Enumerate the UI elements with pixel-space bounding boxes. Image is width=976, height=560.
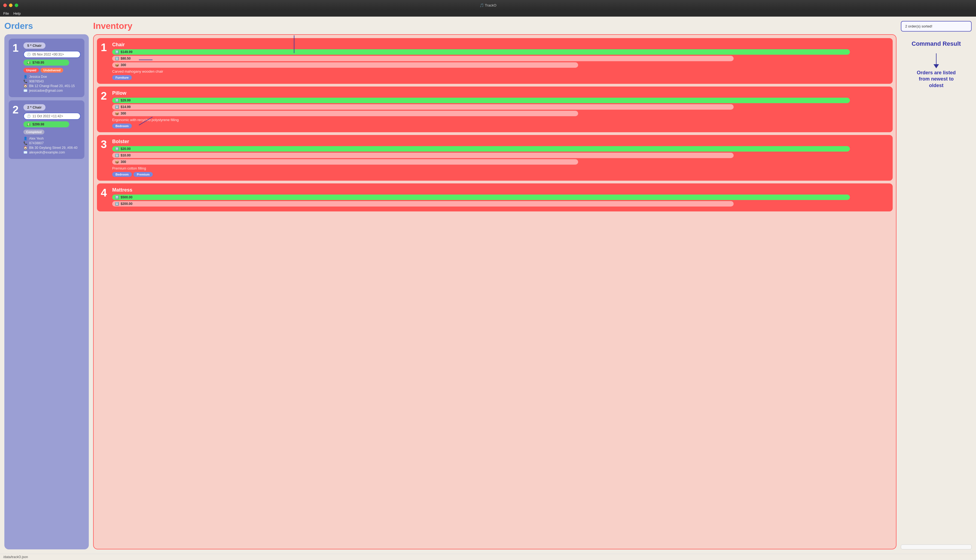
window-title: 🎵 TrackO <box>480 3 496 7</box>
email-icon-2: ✉️ <box>23 150 27 154</box>
inv-tag-bedroom-3: Bedroom <box>112 172 132 177</box>
inv-tag-premium-3: Premium <box>134 172 153 177</box>
order-card-1[interactable]: 1 5 * Chair 🕐 05 Nov 2022 <00:31> 💵 $749… <box>9 38 84 97</box>
inventory-card-2[interactable]: 2 Pillow ⬆️ $29.99 ⬇️ $14.99 📦 300 <box>97 87 892 132</box>
inv-quantity-1: 📦 300 <box>112 62 578 68</box>
inv-tags-2: Bedroom <box>112 123 889 128</box>
command-arrow-area: Orders are listed from newest to oldest <box>901 53 972 541</box>
inv-quantity-3: 📦 300 <box>112 159 578 165</box>
inv-name-4: Mattress <box>112 187 889 193</box>
up-arrow-icon-3: ⬆️ <box>115 147 119 151</box>
order-email-1: ✉️ jessicadoe@gmail.com <box>23 89 80 93</box>
up-arrow-icon-4: ⬆️ <box>115 195 119 199</box>
inv-number-3: 3 <box>101 139 109 177</box>
down-arrow-icon-2: ⬇️ <box>115 105 119 109</box>
up-arrow-icon-1: ⬆️ <box>115 50 119 54</box>
order-price-text-2: $299.98 <box>32 122 44 126</box>
order-address-2: 🏠 Blk 30 Geylang Street 29, #06-40 <box>23 146 80 150</box>
tag-completed: Completed <box>23 130 44 134</box>
inv-sell-price-1: ⬆️ $149.99 <box>112 49 850 55</box>
command-result-text: 2 order(s) sorted! <box>905 24 933 28</box>
clock-icon-2: 🕐 <box>27 114 31 118</box>
inventory-card-4[interactable]: 4 Mattress ⬆️ $500.00 ⬇️ $200.00 <box>97 183 892 212</box>
order-details-1: 5 * Chair 🕐 05 Nov 2022 <00:31> 💵 $749.9… <box>23 42 80 93</box>
down-arrow-icon-3: ⬇️ <box>115 153 119 157</box>
inventory-panel: Inventory 1 Chair ⬆️ $149.99 ⬇️ $80.50 <box>93 21 896 549</box>
arrow-down-icon <box>931 53 942 70</box>
inv-tag-bedroom-2: Bedroom <box>112 123 132 128</box>
inv-details-3: Bolster ⬆️ $20.00 ⬇️ $10.00 📦 300 Premiu… <box>112 139 889 177</box>
inventory-title: Inventory <box>93 21 896 31</box>
home-icon-2: 🏠 <box>23 146 27 150</box>
inventory-card-1[interactable]: 1 Chair ⬆️ $149.99 ⬇️ $80.50 📦 300 <box>97 38 892 84</box>
tag-unpaid: Unpaid <box>23 68 39 73</box>
command-input[interactable] <box>901 545 972 549</box>
inv-sell-price-3: ⬆️ $20.00 <box>112 146 850 152</box>
inv-tags-3: Bedroom Premium <box>112 172 889 177</box>
statusbar: /data/trackO.json <box>0 554 976 560</box>
inv-number-1: 1 <box>101 42 109 80</box>
status-path: /data/trackO.json <box>3 555 28 559</box>
inv-desc-3: Premium cotton filling <box>112 166 889 170</box>
order-number-1: 1 <box>13 42 21 93</box>
menubar: File Help <box>0 10 976 17</box>
inv-name-3: Bolster <box>112 139 889 145</box>
phone-icon: 📞 <box>23 80 27 83</box>
qty-icon-3: 📦 <box>115 160 119 164</box>
order-name-1: 👤 Jessica Doe <box>23 75 80 78</box>
order-number-2: 2 <box>13 104 21 155</box>
order-title-1: 5 * Chair <box>23 42 45 49</box>
command-result-title: Command Result <box>901 40 972 47</box>
inv-details-2: Pillow ⬆️ $29.99 ⬇️ $14.99 📦 300 Ergonom… <box>112 90 889 128</box>
order-email-2: ✉️ alexyeoh@example.com <box>23 150 80 154</box>
inv-name-1: Chair <box>112 42 889 48</box>
order-price-bar-2: 💵 $299.98 <box>23 122 69 127</box>
minimize-button[interactable] <box>9 3 13 7</box>
phone-icon-2: 📞 <box>23 141 27 145</box>
down-arrow-icon-4: ⬇️ <box>115 202 119 206</box>
email-icon: ✉️ <box>23 89 27 93</box>
command-description: Orders are listed from newest to oldest <box>917 70 956 89</box>
qty-icon-2: 📦 <box>115 112 119 115</box>
order-phone-2: 📞 87438807 <box>23 141 80 145</box>
money-icon-1: 💵 <box>27 61 31 65</box>
inv-number-2: 2 <box>101 90 109 128</box>
order-datetime-2: 🕐 11 Oct 2022 <11:42> <box>23 113 80 120</box>
inv-details-4: Mattress ⬆️ $500.00 ⬇️ $200.00 <box>112 187 889 208</box>
money-icon-2: 💵 <box>27 122 31 126</box>
inventory-container: 1 Chair ⬆️ $149.99 ⬇️ $80.50 📦 300 <box>93 34 896 549</box>
qty-icon-1: 📦 <box>115 63 119 67</box>
inv-name-2: Pillow <box>112 90 889 96</box>
order-datetime-text-2: 11 Oct 2022 <11:42> <box>32 114 63 118</box>
order-price-text-1: $749.95 <box>32 61 44 65</box>
inv-cost-price-3: ⬇️ $10.00 <box>112 153 734 158</box>
inv-tags-1: Furniture <box>112 75 889 80</box>
order-name-2: 👤 Alex Yeoh <box>23 137 80 140</box>
menu-help[interactable]: Help <box>13 12 21 15</box>
inv-desc-1: Carved mahogany wooden chair <box>112 69 889 73</box>
inv-tag-furniture: Furniture <box>112 75 132 80</box>
down-arrow-icon-1: ⬇️ <box>115 57 119 60</box>
command-result-box: 2 order(s) sorted! <box>901 21 972 32</box>
person-icon-2: 👤 <box>23 137 27 140</box>
inv-sell-price-4: ⬆️ $500.00 <box>112 195 850 200</box>
order-phone-1: 📞 90876543 <box>23 80 80 83</box>
inv-quantity-2: 📦 300 <box>112 111 578 116</box>
close-button[interactable] <box>3 3 7 7</box>
order-tags-2: Completed <box>23 130 80 134</box>
order-datetime-1: 🕐 05 Nov 2022 <00:31> <box>23 51 80 58</box>
main-content: Orders 1 5 * Chair 🕐 05 Nov 2022 <00:31>… <box>0 17 976 554</box>
order-details-2: 2 * Chair 🕐 11 Oct 2022 <11:42> 💵 $299.9… <box>23 104 80 155</box>
person-icon: 👤 <box>23 75 27 78</box>
inv-cost-price-2: ⬇️ $14.99 <box>112 104 734 110</box>
inventory-card-3[interactable]: 3 Bolster ⬆️ $20.00 ⬇️ $10.00 📦 300 <box>97 135 892 181</box>
order-tags-1: Unpaid Undelivered <box>23 68 80 73</box>
order-card-2[interactable]: 2 2 * Chair 🕐 11 Oct 2022 <11:42> 💵 $299… <box>9 100 84 159</box>
up-arrow-icon-2: ⬆️ <box>115 98 119 102</box>
orders-panel: Orders 1 5 * Chair 🕐 05 Nov 2022 <00:31>… <box>4 21 89 549</box>
maximize-button[interactable] <box>15 3 18 7</box>
menu-file[interactable]: File <box>3 12 9 15</box>
svg-marker-1 <box>934 64 939 68</box>
inv-cost-price-1: ⬇️ $80.50 <box>112 56 734 61</box>
clock-icon: 🕐 <box>27 53 31 56</box>
